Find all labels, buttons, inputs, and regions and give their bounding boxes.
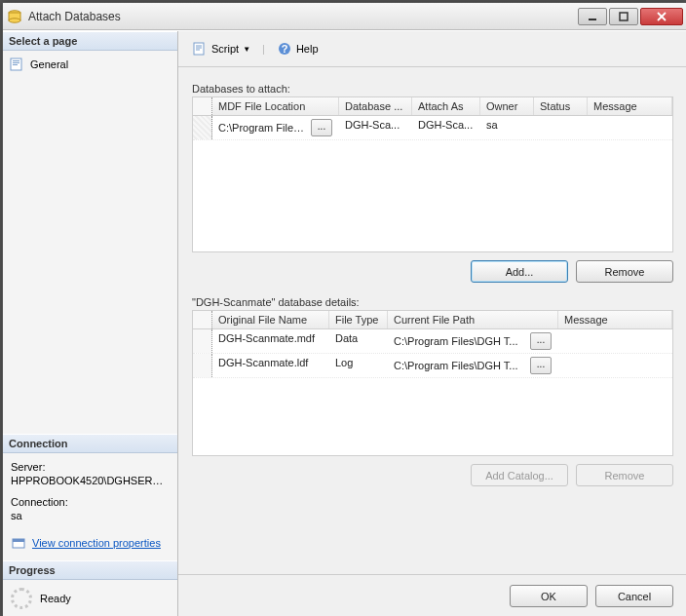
script-button[interactable]: Script ▼ [188, 39, 254, 58]
svg-rect-10 [13, 64, 18, 65]
col-database[interactable]: Database ... [339, 97, 412, 115]
view-connection-properties-link[interactable]: View connection properties [11, 533, 170, 553]
script-label: Script [211, 43, 239, 55]
sidebar: Select a page General Connection Server:… [3, 31, 178, 616]
table-row[interactable]: DGH-Scanmate.ldf Log C:\Program Files\DG… [193, 354, 672, 378]
attach-table-header: MDF File Location Database ... Attach As… [193, 97, 672, 116]
connection-label: Connection: [11, 496, 170, 508]
progress-status: Ready [40, 593, 71, 604]
details-table[interactable]: Original File Name File Type Current Fil… [192, 310, 673, 456]
svg-rect-12 [13, 539, 24, 542]
connection-value: sa [11, 510, 170, 521]
cell-message [558, 354, 672, 377]
cell-mdf[interactable]: C:\Program Files\D... ... [212, 116, 339, 139]
cell-current-file-path[interactable]: C:\Program Files\DGH T... ... [388, 354, 558, 377]
svg-rect-9 [13, 62, 19, 63]
dialog-footer: OK Cancel [178, 574, 686, 616]
row-selector[interactable] [193, 354, 212, 377]
col-attach-as[interactable]: Attach As [412, 97, 480, 115]
col-mdf[interactable]: MDF File Location [212, 97, 339, 115]
col-status[interactable]: Status [534, 97, 588, 115]
col-current-file-path[interactable]: Current File Path [388, 311, 558, 328]
cell-original-file-name[interactable]: DGH-Scanmate.mdf [212, 329, 329, 353]
remove-button[interactable]: Remove [576, 260, 673, 283]
browse-button[interactable]: ... [311, 119, 332, 136]
sidebar-item-label: General [30, 58, 68, 70]
col-message[interactable]: Message [588, 97, 672, 115]
sidebar-item-general[interactable]: General [9, 55, 172, 74]
cell-status [534, 116, 588, 139]
minimize-button[interactable] [578, 8, 607, 25]
cell-current-file-path[interactable]: C:\Program Files\DGH T... ... [388, 329, 558, 353]
properties-icon [11, 535, 26, 551]
table-row[interactable]: DGH-Scanmate.mdf Data C:\Program Files\D… [193, 329, 672, 354]
cell-owner[interactable]: sa [480, 116, 534, 139]
help-label: Help [296, 43, 319, 55]
ok-button[interactable]: OK [510, 585, 588, 607]
svg-text:?: ? [282, 43, 288, 55]
server-value: HPPROBOOK4520\DGHSERVER [11, 475, 170, 486]
add-button[interactable]: Add... [471, 260, 568, 283]
help-icon: ? [277, 41, 292, 57]
svg-point-2 [9, 18, 20, 21]
view-connection-properties-label: View connection properties [32, 537, 161, 549]
svg-rect-13 [194, 43, 204, 55]
help-button[interactable]: ? Help [273, 39, 323, 58]
script-icon [192, 41, 208, 57]
col-original-file-name[interactable]: Original File Name [212, 311, 329, 328]
database-details-label: "DGH-Scanmate" database details: [192, 296, 673, 308]
cell-file-type[interactable]: Log [329, 354, 388, 377]
svg-rect-3 [589, 19, 596, 20]
main-pane: Script ▼ | ? Help Databases to attach: M… [178, 31, 686, 616]
cell-message [558, 329, 672, 353]
remove-detail-button: Remove [576, 464, 673, 486]
table-row[interactable]: C:\Program Files\D... ... DGH-Sca... DGH… [193, 116, 672, 140]
cell-file-type[interactable]: Data [329, 329, 388, 353]
svg-rect-4 [620, 13, 628, 20]
page-icon [9, 57, 24, 72]
browse-button[interactable]: ... [530, 332, 552, 350]
col-message[interactable]: Message [558, 311, 672, 328]
add-catalog-button: Add Catalog... [471, 464, 568, 486]
chevron-down-icon: ▼ [243, 45, 250, 54]
cell-attach-as[interactable]: DGH-Sca... [412, 116, 480, 139]
toolbar: Script ▼ | ? Help [178, 31, 686, 67]
progress-spinner-icon [11, 588, 32, 609]
cell-message [588, 116, 672, 139]
connection-block: Server: HPPROBOOK4520\DGHSERVER Connecti… [3, 453, 177, 560]
database-icon [7, 9, 22, 24]
server-label: Server: [11, 461, 170, 473]
col-owner[interactable]: Owner [480, 97, 534, 115]
attach-table[interactable]: MDF File Location Database ... Attach As… [192, 96, 673, 252]
row-selector[interactable] [193, 116, 212, 139]
titlebar[interactable]: Attach Databases [3, 3, 686, 30]
window-title: Attach Databases [28, 10, 578, 23]
databases-to-attach-label: Databases to attach: [192, 83, 673, 95]
col-file-type[interactable]: File Type [329, 311, 388, 328]
cancel-button[interactable]: Cancel [595, 585, 673, 607]
progress-header: Progress [3, 560, 177, 580]
cell-database[interactable]: DGH-Sca... [339, 116, 412, 139]
details-table-header: Original File Name File Type Current Fil… [193, 311, 672, 329]
progress-item: Ready [3, 580, 177, 616]
cell-original-file-name[interactable]: DGH-Scanmate.ldf [212, 354, 329, 377]
connection-header: Connection [3, 434, 177, 453]
attach-databases-window: Attach Databases Select a page General C… [2, 2, 686, 616]
close-button[interactable] [640, 8, 683, 25]
row-selector[interactable] [193, 329, 212, 353]
browse-button[interactable]: ... [530, 357, 552, 374]
select-page-header: Select a page [3, 31, 177, 51]
maximize-button[interactable] [609, 8, 638, 25]
svg-rect-8 [13, 60, 19, 61]
